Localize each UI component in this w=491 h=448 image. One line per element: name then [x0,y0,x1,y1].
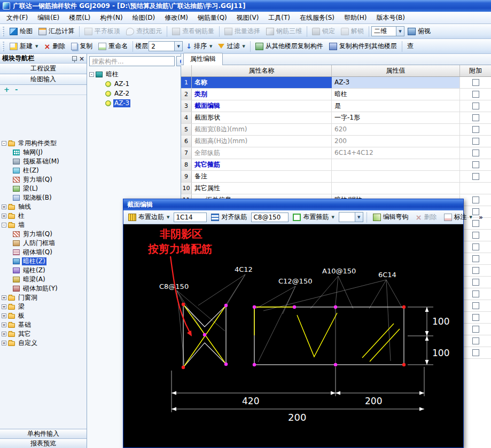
attach-checkbox[interactable] [472,79,479,86]
new-button[interactable]: 新建 ▼ [7,40,41,52]
expand-all-icon[interactable]: + [4,85,10,94]
report-preview-button[interactable]: 报表预览 [0,438,87,448]
property-row[interactable]: 8其它箍筋 [181,159,491,171]
stirrup-type-combo[interactable]: ▼ [339,212,363,222]
tree-item[interactable]: 柱(Z) [0,166,87,175]
menu-item-10[interactable]: 在线服务(S) [295,12,339,23]
expand-toggle-icon[interactable]: + [2,295,6,300]
delete-button[interactable]: × 删除 [41,40,68,52]
close-icon[interactable]: × [79,55,84,62]
property-row[interactable]: 6截面高(H边)(mm)200 [181,136,491,147]
dialog-title-bar[interactable]: 截面编辑 [123,199,463,210]
menu-item-11[interactable]: 帮助(H) [339,12,371,23]
draw-input-button[interactable]: 绘图输入 [0,74,87,85]
menu-item-3[interactable]: 楼层(L) [64,12,95,23]
component-item[interactable]: AZ-3 [89,98,181,108]
property-value[interactable]: 暗柱 [332,89,460,100]
rename-button[interactable]: 重命名 [96,40,130,52]
single-component-input-button[interactable]: 单构件输入 [0,429,87,438]
tree-item[interactable]: +轴线 [0,202,87,211]
expand-toggle-icon[interactable]: + [2,214,6,218]
tree-item[interactable]: 暗梁(A) [0,275,87,284]
toolbar-overflow-icon[interactable]: » [477,214,485,221]
attach-checkbox[interactable] [472,161,479,168]
section-canvas[interactable]: C8@150 4C12 C12@150 A10@150 6C14 100 100… [123,224,463,447]
search-input[interactable] [89,56,175,66]
tree-item[interactable]: 端柱(Z) [0,266,87,275]
view-mode-combo[interactable]: 二维 ▼ [371,26,404,36]
attach-checkbox[interactable] [472,302,479,309]
tab-property-edit[interactable]: 属性编辑 [183,53,223,65]
project-settings-button[interactable]: 工程设置 [0,64,87,74]
property-value[interactable] [332,159,460,170]
annotate-button[interactable]: 标注 ▼ [441,211,475,223]
property-row[interactable]: 1名称AZ-3 [181,77,491,89]
find-element-button[interactable]: 查找图元 [123,25,165,37]
menu-item-9[interactable]: 工具(T) [263,12,295,23]
tree-item[interactable]: +板 [0,311,87,320]
attach-checkbox[interactable] [472,267,479,274]
expand-toggle-icon[interactable]: - [2,141,6,146]
copy-button[interactable]: 复制 [68,40,95,52]
attach-checkbox[interactable] [472,138,479,145]
top-view-button[interactable]: 俯视 [405,25,433,37]
property-row[interactable]: 9备注 [181,171,491,183]
pin-icon[interactable] [72,56,77,61]
attach-checkbox[interactable] [472,173,479,180]
place-edge-rebar-button[interactable]: 布置边筋 ▼ [126,211,172,223]
tree-item[interactable]: +柱 [0,211,87,221]
expand-toggle-icon[interactable]: - [89,72,94,77]
property-row[interactable]: 7全部纵筋6C14+4C12 [181,147,491,159]
property-row[interactable]: 10其它属性 [181,183,491,194]
edge-rebar-input[interactable] [174,213,207,222]
tree-item[interactable]: 筏板基础(M) [0,157,87,166]
property-row[interactable]: 5截面宽(B边)(mm)620 [181,124,491,136]
property-row[interactable]: 3截面编辑是 [181,100,491,112]
tree-item[interactable]: 暗柱(Z) [0,257,87,266]
place-stirrup-button[interactable]: 布置箍筋 ▼ [290,211,337,223]
component-root[interactable]: -暗柱 [89,69,181,79]
view-rebar-button[interactable]: 查看钢筋量 [169,25,217,37]
rebar-3d-button[interactable]: 钢筋三维 [263,25,305,37]
property-value[interactable]: 是 [332,100,460,112]
tree-item[interactable]: 砌体墙(Q) [0,248,87,257]
tree-item[interactable]: 剪力墙(Q) [0,230,87,239]
attach-checkbox[interactable] [472,232,479,239]
flush-slab-top-button[interactable]: 平齐板顶 [82,25,123,37]
property-value[interactable]: 6C14+4C12 [332,147,460,159]
menu-item-4[interactable]: 构件(N) [95,12,127,23]
attach-checkbox[interactable] [472,126,479,133]
attach-checkbox[interactable] [472,91,479,98]
menu-item-1[interactable]: 文件(F) [2,12,33,23]
align-bars-button[interactable]: 对齐纵筋 [208,211,250,223]
attach-checkbox[interactable] [472,349,479,356]
tree-item[interactable]: -墙 [0,221,87,230]
menu-item-6[interactable]: 修改(M) [160,12,193,23]
attach-checkbox[interactable] [472,255,479,262]
menu-item-8[interactable]: 视图(V) [232,12,264,23]
property-row[interactable]: 2类别暗柱 [181,89,491,100]
attach-checkbox[interactable] [472,197,479,203]
attach-checkbox[interactable] [472,337,479,344]
tree-item[interactable]: -常用构件类型 [0,139,87,148]
stirrup-spec-input[interactable] [251,213,289,222]
attach-checkbox[interactable] [472,103,479,109]
tree-item[interactable]: +基础 [0,320,87,329]
property-value[interactable]: 一字-1形 [332,112,460,123]
chevron-down-icon[interactable]: ▼ [396,27,404,36]
attach-checkbox[interactable] [472,114,479,121]
collapse-all-icon[interactable]: - [15,85,18,94]
property-value[interactable] [332,171,460,182]
filter-button[interactable]: 过滤 ▼ [215,40,247,52]
tree-item[interactable]: +自定义 [0,339,87,348]
menu-item-12[interactable]: 版本号(B) [371,12,410,23]
edit-hook-button[interactable]: 编辑弯钩 [370,211,411,223]
draw-button[interactable]: 绘图 [7,25,35,37]
chevron-down-icon[interactable]: ▼ [174,42,182,51]
expand-toggle-icon[interactable]: + [2,313,6,318]
attach-checkbox[interactable] [472,314,479,321]
tree-item[interactable]: +其它 [0,329,87,339]
tree-item[interactable]: +门窗洞 [0,293,87,302]
tree-item[interactable]: 梁(L) [0,184,87,193]
tree-item[interactable]: 人防门框墙 [0,239,87,248]
